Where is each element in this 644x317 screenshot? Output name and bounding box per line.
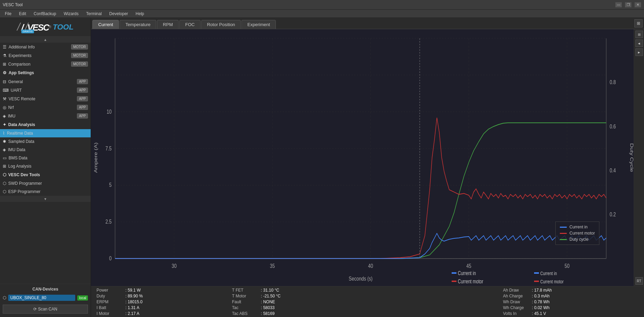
sidebar-item-uart[interactable]: ⌨ UART APP — [0, 86, 91, 94]
menu-item-edit[interactable]: Edit — [15, 11, 30, 17]
title-bar: VESC Tool — ❐ ✕ — [0, 0, 644, 10]
legend-duty-cycle-line — [560, 239, 567, 240]
svg-text:50: 50 — [565, 262, 569, 269]
legend-current-motor-label: Current motor — [569, 231, 595, 236]
info-icon: ☰ — [3, 45, 7, 49]
chart-arrow-right-button[interactable]: ► — [635, 48, 643, 56]
sidebar-item-bms-data[interactable]: ▭ BMS Data — [0, 154, 91, 162]
tab-rotor-position[interactable]: Rotor Position — [201, 20, 241, 29]
tab-rpm[interactable]: RPM — [157, 20, 179, 29]
chart-zoom-in-button[interactable]: ⊞ — [635, 31, 643, 38]
sidebar-item-esp-programmer[interactable]: ⬡ ESP Programmer — [0, 188, 91, 196]
chart-arrow-left-button[interactable]: ◄ — [635, 39, 643, 47]
legend-current-motor-line — [560, 233, 567, 234]
menu-item-help[interactable]: Help — [132, 11, 148, 17]
svg-text:10: 10 — [107, 108, 112, 115]
nrf-icon: ◎ — [3, 105, 6, 110]
app-title: VESC Tool — [3, 2, 23, 7]
general-icon: ⊟ — [3, 79, 6, 84]
tab-right-icons: ⊞ — [634, 19, 643, 29]
status-bar: Power : 59.1 W Duty : 89.90 % ERPM : 180… — [91, 286, 644, 317]
dev-tools-icon: ⬡ — [3, 172, 6, 177]
chart-bottom-button[interactable]: RT — [635, 277, 643, 285]
tab-temperature[interactable]: Temperature — [120, 20, 156, 29]
can-device-badge: local — [77, 295, 88, 301]
sidebar-item-realtime-data[interactable]: ⌇ Realtime Data — [0, 129, 91, 137]
status-power: Power : 59.1 W — [97, 288, 232, 293]
chart-legend: Current in Current motor Duty cycle — [555, 222, 599, 245]
log-icon: ⊞ — [3, 164, 6, 169]
menu-item-terminal[interactable]: Terminal — [83, 11, 105, 17]
maximize-button[interactable]: ❐ — [625, 2, 632, 8]
status-col-2: T FET : 31.10 °C T Motor : -21.50 °C Fau… — [232, 288, 368, 316]
sidebar-item-swd-programmer[interactable]: ⬡ SWD Programmer — [0, 179, 91, 188]
svg-text:7.5: 7.5 — [105, 145, 112, 151]
status-fault: Fault : NONE — [232, 299, 368, 304]
tab-foc[interactable]: FOC — [179, 20, 200, 29]
legend-current-motor: Current motor — [560, 231, 595, 236]
realtime-icon: ⌇ — [3, 131, 5, 136]
svg-text:Current in: Current in — [540, 270, 557, 276]
reg-mark: ® — [49, 25, 51, 29]
menu-item-confbackup[interactable]: ConfBackup — [30, 11, 59, 17]
can-device-name: UBOX_SINGLE_80 — [8, 295, 75, 301]
sidebar-item-additional-info[interactable]: ☰ Additional Info MOTOR — [0, 43, 91, 51]
sidebar-item-imu-data[interactable]: ◈ IMU Data — [0, 146, 91, 154]
sidebar-header-dev-tools: ⬡ VESC Dev Tools — [0, 170, 91, 179]
scan-can-button[interactable]: ⟳ Scan CAN — [3, 305, 88, 314]
can-device-icon: ⬡ — [3, 295, 6, 300]
chart-container: 0 2.5 5 7.5 10 Ampere (A) 0.2 0.4 0.6 — [91, 29, 634, 286]
logo-tool: TOOL — [53, 23, 74, 32]
svg-text:40: 40 — [368, 262, 373, 269]
minimize-button[interactable]: — — [615, 2, 622, 8]
status-erpm: ERPM : 18015.0 — [97, 299, 232, 304]
sidebar-scroll-up[interactable]: ▲ — [0, 36, 91, 43]
tab-experiment[interactable]: Experiment — [241, 20, 276, 29]
svg-text:0: 0 — [109, 255, 112, 261]
can-section: CAN-Devices ⬡ UBOX_SINGLE_80 local ⟳ Sca… — [0, 284, 91, 317]
sidebar-item-sampled-data[interactable]: ✱ Sampled Data — [0, 137, 91, 146]
svg-text:5: 5 — [109, 182, 112, 188]
can-device-item[interactable]: ⬡ UBOX_SINGLE_80 local — [0, 293, 91, 303]
legend-current-in-line — [560, 227, 567, 228]
chart-settings-icon[interactable]: ⊞ — [634, 19, 643, 27]
menu-item-developer[interactable]: Developer — [106, 11, 132, 17]
tabs-bar: Current Temperature RPM FOC Rotor Positi… — [91, 18, 644, 29]
svg-text:0.8: 0.8 — [610, 79, 616, 85]
status-t-fet: T FET : 31.10 °C — [232, 288, 368, 293]
sidebar-item-nrf[interactable]: ◎ Nrf APP — [0, 103, 91, 112]
bms-icon: ▭ — [3, 156, 7, 160]
status-col-4: Ah Draw : 17.8 mAh Ah Charge : 0.3 mAh W… — [503, 288, 639, 316]
chart-right-panel: ⊞ ◄ ► RT — [634, 29, 644, 286]
svg-text:45: 45 — [466, 262, 471, 269]
sidebar-item-vesc-remote[interactable]: ⚒ VESC Remote APP — [0, 94, 91, 103]
sidebar-item-log-analysis[interactable]: ⊞ Log Analysis — [0, 162, 91, 170]
status-ah-draw: Ah Draw : 17.8 mAh — [503, 288, 639, 293]
remote-icon: ⚒ — [3, 97, 7, 101]
svg-text:Duty Cycle: Duty Cycle — [629, 143, 634, 172]
status-ah-charge: Ah Charge : 0.3 mAh — [503, 294, 639, 298]
svg-rect-36 — [452, 281, 456, 282]
legend-duty-cycle: Duty cycle — [560, 237, 595, 242]
sidebar-scroll-down[interactable]: ▼ — [0, 196, 91, 202]
sidebar-item-experiments[interactable]: ⚗ Experiments MOTOR — [0, 51, 91, 60]
sidebar-item-imu[interactable]: ◈ IMU APP — [0, 112, 91, 120]
sidebar-header-app-settings: ⚙ App Settings — [0, 68, 91, 77]
menu-item-wizards[interactable]: Wizards — [60, 11, 82, 17]
close-button[interactable]: ✕ — [634, 2, 641, 8]
sidebar-header-data-analysis: ✦ Data Analysis — [0, 120, 91, 129]
status-tac: Tac : 58033 — [232, 305, 368, 310]
uart-icon: ⌨ — [3, 88, 9, 93]
sidebar: / / /VESC ® TOOL GRATIS ▲ ☰ Additional I… — [0, 18, 91, 317]
menu-bar: FileEditConfBackupWizardsTerminalDevelop… — [0, 10, 644, 18]
svg-rect-40 — [534, 272, 539, 274]
experiments-icon: ⚗ — [3, 53, 7, 58]
tab-current[interactable]: Current — [92, 20, 119, 29]
sidebar-item-general[interactable]: ⊟ General APP — [0, 77, 91, 86]
content-area: Current Temperature RPM FOC Rotor Positi… — [91, 18, 644, 317]
svg-text:35: 35 — [270, 262, 275, 269]
sidebar-item-comparison[interactable]: ⊞ Comparison MOTOR — [0, 60, 91, 68]
imu-icon: ◈ — [3, 114, 6, 118]
status-t-motor: T Motor : -21.50 °C — [232, 294, 368, 298]
menu-item-file[interactable]: File — [1, 11, 15, 17]
